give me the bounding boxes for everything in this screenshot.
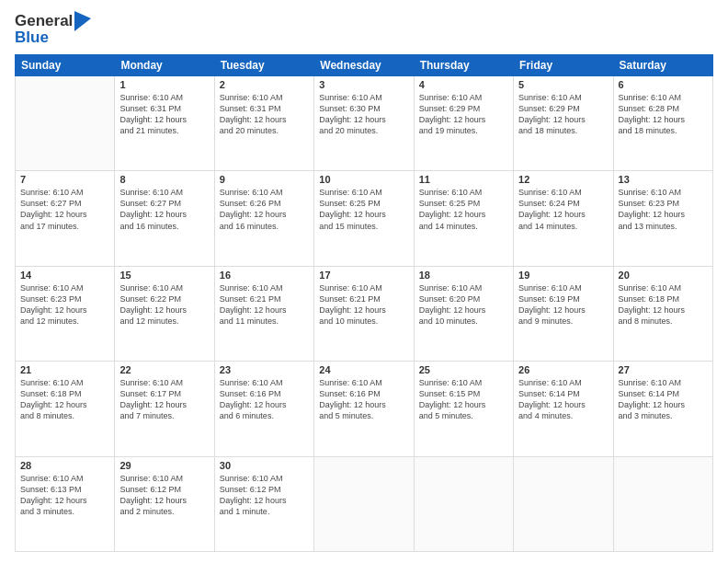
day-info: Sunrise: 6:10 AMSunset: 6:24 PMDaylight:…	[518, 187, 608, 232]
day-info: Sunrise: 6:10 AMSunset: 6:31 PMDaylight:…	[220, 92, 309, 137]
calendar-cell: 12Sunrise: 6:10 AMSunset: 6:24 PMDayligh…	[514, 171, 613, 266]
calendar-cell	[514, 456, 613, 552]
calendar-cell: 4Sunrise: 6:10 AMSunset: 6:29 PMDaylight…	[414, 75, 513, 170]
calendar-cell: 26Sunrise: 6:10 AMSunset: 6:14 PMDayligh…	[514, 362, 613, 456]
week-row-1: 1Sunrise: 6:10 AMSunset: 6:31 PMDaylight…	[16, 75, 713, 170]
day-number: 11	[419, 174, 508, 185]
day-info: Sunrise: 6:10 AMSunset: 6:28 PMDaylight:…	[619, 92, 708, 137]
day-number: 7	[20, 174, 109, 185]
calendar-cell: 25Sunrise: 6:10 AMSunset: 6:15 PMDayligh…	[414, 362, 513, 456]
calendar-cell: 1Sunrise: 6:10 AMSunset: 6:31 PMDaylight…	[115, 75, 214, 170]
day-number: 10	[319, 174, 408, 185]
day-number: 6	[619, 79, 708, 90]
day-info: Sunrise: 6:10 AMSunset: 6:31 PMDaylight:…	[119, 92, 209, 137]
calendar-cell: 28Sunrise: 6:10 AMSunset: 6:13 PMDayligh…	[16, 456, 115, 552]
day-number: 20	[619, 270, 708, 281]
calendar-cell	[16, 75, 115, 170]
day-info: Sunrise: 6:10 AMSunset: 6:18 PMDaylight:…	[619, 282, 708, 327]
day-number: 4	[419, 79, 508, 90]
day-number: 27	[619, 364, 708, 375]
day-info: Sunrise: 6:10 AMSunset: 6:16 PMDaylight:…	[319, 377, 408, 422]
day-number: 18	[419, 270, 508, 281]
day-info: Sunrise: 6:10 AMSunset: 6:12 PMDaylight:…	[119, 473, 209, 518]
day-number: 12	[518, 174, 608, 185]
calendar-cell: 20Sunrise: 6:10 AMSunset: 6:18 PMDayligh…	[613, 266, 712, 361]
calendar-cell: 6Sunrise: 6:10 AMSunset: 6:28 PMDaylight…	[613, 75, 712, 170]
day-number: 1	[119, 79, 209, 90]
calendar-cell: 13Sunrise: 6:10 AMSunset: 6:23 PMDayligh…	[613, 171, 712, 266]
day-number: 23	[220, 364, 309, 375]
calendar-cell: 22Sunrise: 6:10 AMSunset: 6:17 PMDayligh…	[115, 362, 214, 456]
day-number: 25	[419, 364, 508, 375]
calendar-cell: 2Sunrise: 6:10 AMSunset: 6:31 PMDaylight…	[214, 75, 313, 170]
day-number: 19	[518, 270, 608, 281]
day-number: 16	[220, 270, 309, 281]
day-info: Sunrise: 6:10 AMSunset: 6:22 PMDaylight:…	[119, 282, 209, 327]
calendar-cell: 27Sunrise: 6:10 AMSunset: 6:14 PMDayligh…	[613, 362, 712, 456]
day-number: 28	[20, 460, 109, 471]
day-number: 29	[119, 460, 209, 471]
calendar-header-sunday: Sunday	[16, 54, 115, 75]
day-number: 14	[20, 270, 109, 281]
calendar-cell: 8Sunrise: 6:10 AMSunset: 6:27 PMDaylight…	[115, 171, 214, 266]
day-info: Sunrise: 6:10 AMSunset: 6:21 PMDaylight:…	[319, 282, 408, 327]
day-number: 9	[220, 174, 309, 185]
page: General Blue SundayMondayTuesdayWednesda…	[0, 0, 728, 563]
week-row-3: 14Sunrise: 6:10 AMSunset: 6:23 PMDayligh…	[16, 266, 713, 361]
day-info: Sunrise: 6:10 AMSunset: 6:19 PMDaylight:…	[518, 282, 608, 327]
logo: General Blue	[15, 11, 91, 47]
calendar-cell: 9Sunrise: 6:10 AMSunset: 6:26 PMDaylight…	[214, 171, 313, 266]
calendar-cell: 19Sunrise: 6:10 AMSunset: 6:19 PMDayligh…	[514, 266, 613, 361]
week-row-4: 21Sunrise: 6:10 AMSunset: 6:18 PMDayligh…	[16, 362, 713, 456]
day-info: Sunrise: 6:10 AMSunset: 6:14 PMDaylight:…	[518, 377, 608, 422]
calendar-cell: 17Sunrise: 6:10 AMSunset: 6:21 PMDayligh…	[314, 266, 414, 361]
day-number: 13	[619, 174, 708, 185]
calendar-cell: 21Sunrise: 6:10 AMSunset: 6:18 PMDayligh…	[16, 362, 115, 456]
day-number: 2	[220, 79, 309, 90]
day-number: 5	[518, 79, 608, 90]
week-row-2: 7Sunrise: 6:10 AMSunset: 6:27 PMDaylight…	[16, 171, 713, 266]
calendar-cell: 7Sunrise: 6:10 AMSunset: 6:27 PMDaylight…	[16, 171, 115, 266]
calendar-header-saturday: Saturday	[613, 54, 712, 75]
logo-text: General Blue	[15, 11, 91, 47]
calendar-header-wednesday: Wednesday	[314, 54, 414, 75]
calendar-header-friday: Friday	[514, 54, 613, 75]
calendar-cell: 10Sunrise: 6:10 AMSunset: 6:25 PMDayligh…	[314, 171, 414, 266]
day-info: Sunrise: 6:10 AMSunset: 6:13 PMDaylight:…	[20, 473, 109, 518]
day-info: Sunrise: 6:10 AMSunset: 6:26 PMDaylight:…	[220, 187, 309, 232]
day-number: 22	[119, 364, 209, 375]
day-info: Sunrise: 6:10 AMSunset: 6:17 PMDaylight:…	[119, 377, 209, 422]
day-number: 26	[518, 364, 608, 375]
day-info: Sunrise: 6:10 AMSunset: 6:27 PMDaylight:…	[20, 187, 109, 232]
header: General Blue	[15, 11, 713, 47]
day-number: 24	[319, 364, 408, 375]
day-info: Sunrise: 6:10 AMSunset: 6:16 PMDaylight:…	[220, 377, 309, 422]
day-info: Sunrise: 6:10 AMSunset: 6:21 PMDaylight:…	[220, 282, 309, 327]
day-info: Sunrise: 6:10 AMSunset: 6:15 PMDaylight:…	[419, 377, 508, 422]
calendar-header-tuesday: Tuesday	[214, 54, 313, 75]
day-info: Sunrise: 6:10 AMSunset: 6:23 PMDaylight:…	[619, 187, 708, 232]
day-number: 3	[319, 79, 408, 90]
calendar-cell: 23Sunrise: 6:10 AMSunset: 6:16 PMDayligh…	[214, 362, 313, 456]
calendar-cell	[613, 456, 712, 552]
day-number: 15	[119, 270, 209, 281]
day-info: Sunrise: 6:10 AMSunset: 6:30 PMDaylight:…	[319, 92, 408, 137]
calendar-cell: 16Sunrise: 6:10 AMSunset: 6:21 PMDayligh…	[214, 266, 313, 361]
day-info: Sunrise: 6:10 AMSunset: 6:29 PMDaylight:…	[419, 92, 508, 137]
svg-marker-0	[74, 11, 91, 31]
day-number: 17	[319, 270, 408, 281]
day-info: Sunrise: 6:10 AMSunset: 6:23 PMDaylight:…	[20, 282, 109, 327]
calendar-table: SundayMondayTuesdayWednesdayThursdayFrid…	[15, 54, 713, 552]
day-info: Sunrise: 6:10 AMSunset: 6:12 PMDaylight:…	[220, 473, 309, 518]
calendar-cell: 3Sunrise: 6:10 AMSunset: 6:30 PMDaylight…	[314, 75, 414, 170]
calendar-header-thursday: Thursday	[414, 54, 513, 75]
day-number: 30	[220, 460, 309, 471]
day-info: Sunrise: 6:10 AMSunset: 6:20 PMDaylight:…	[419, 282, 508, 327]
calendar-cell: 14Sunrise: 6:10 AMSunset: 6:23 PMDayligh…	[16, 266, 115, 361]
day-info: Sunrise: 6:10 AMSunset: 6:29 PMDaylight:…	[518, 92, 608, 137]
calendar-cell: 11Sunrise: 6:10 AMSunset: 6:25 PMDayligh…	[414, 171, 513, 266]
day-info: Sunrise: 6:10 AMSunset: 6:25 PMDaylight:…	[419, 187, 508, 232]
day-info: Sunrise: 6:10 AMSunset: 6:25 PMDaylight:…	[319, 187, 408, 232]
day-info: Sunrise: 6:10 AMSunset: 6:14 PMDaylight:…	[619, 377, 708, 422]
day-number: 21	[20, 364, 109, 375]
